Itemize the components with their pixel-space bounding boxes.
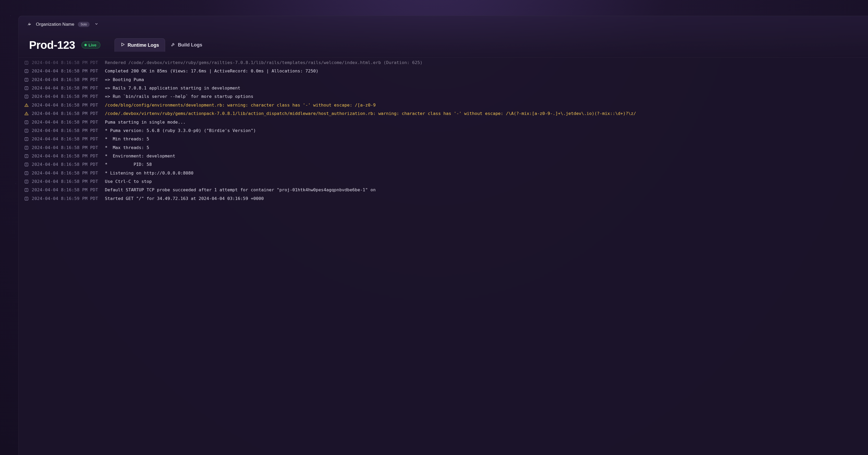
log-message: /code/.devbox/virtenv/ruby/gems/actionpa… xyxy=(105,110,636,117)
info-icon xyxy=(24,135,32,144)
info-icon xyxy=(24,178,32,186)
log-row[interactable]: 2024-04-04 8:16:58 PM PDT=> Booting Puma xyxy=(19,76,868,84)
info-icon xyxy=(24,93,32,101)
status-badge: Live xyxy=(82,41,100,49)
log-message: * Environment: development xyxy=(105,152,175,160)
log-timestamp: 2024-04-04 8:16:59 PM PDT xyxy=(32,195,98,202)
plan-badge: Solo xyxy=(78,22,89,27)
tab-build-logs[interactable]: Build Logs xyxy=(165,38,208,52)
status-dot-icon xyxy=(84,44,87,46)
log-message: => Run `bin/rails server --help` for mor… xyxy=(105,93,253,100)
info-icon xyxy=(24,195,32,203)
log-row[interactable]: 2024-04-04 8:16:58 PM PDT* PID: 58 xyxy=(19,161,868,169)
log-row[interactable]: 2024-04-04 8:16:58 PM PDT/code/.devbox/v… xyxy=(19,110,868,118)
info-icon xyxy=(24,118,32,127)
info-icon xyxy=(24,144,32,152)
info-icon xyxy=(24,152,32,161)
log-timestamp: 2024-04-04 8:16:58 PM PDT xyxy=(32,144,98,151)
log-message: * PID: 58 xyxy=(105,161,152,168)
log-timestamp: 2024-04-04 8:16:58 PM PDT xyxy=(32,135,98,143)
log-timestamp: 2024-04-04 8:16:58 PM PDT xyxy=(32,84,98,92)
log-timestamp: 2024-04-04 8:16:58 PM PDT xyxy=(32,178,98,185)
app-panel: Organization Name Solo Prod-123 Live Run… xyxy=(18,16,868,455)
info-icon xyxy=(24,161,32,169)
log-row[interactable]: 2024-04-04 8:16:58 PM PDTPuma starting i… xyxy=(19,118,868,127)
log-message: => Rails 7.0.8.1 application starting in… xyxy=(105,84,240,92)
log-message: /code/blog/config/environments/developme… xyxy=(105,101,376,109)
log-message: * Min threads: 5 xyxy=(105,135,149,143)
info-icon xyxy=(24,67,32,76)
log-row[interactable]: 2024-04-04 8:16:58 PM PDT/code/blog/conf… xyxy=(19,101,868,110)
tab-label: Build Logs xyxy=(178,42,202,48)
log-row[interactable]: 2024-04-04 8:16:59 PM PDTStarted GET "/"… xyxy=(19,195,868,203)
log-row[interactable]: 2024-04-04 8:16:58 PM PDTDefault STARTUP… xyxy=(19,186,868,194)
topbar: Organization Name Solo xyxy=(19,16,868,30)
info-icon xyxy=(24,186,32,194)
log-message: * Puma version: 5.6.8 (ruby 3.3.0-p0) ("… xyxy=(105,127,256,134)
warning-icon xyxy=(24,101,32,110)
log-row[interactable]: 2024-04-04 8:16:58 PM PDT=> Rails 7.0.8.… xyxy=(19,84,868,93)
log-timestamp: 2024-04-04 8:16:58 PM PDT xyxy=(32,76,98,83)
log-row[interactable]: 2024-04-04 8:16:58 PM PDT* Puma version:… xyxy=(19,127,868,135)
log-row[interactable]: 2024-04-04 8:16:58 PM PDT* Max threads: … xyxy=(19,144,868,152)
log-timestamp: 2024-04-04 8:16:58 PM PDT xyxy=(32,127,98,134)
log-message: => Booting Puma xyxy=(105,76,144,83)
log-message: Use Ctrl-C to stop xyxy=(105,178,152,185)
log-message: Started GET "/" for 34.49.72.163 at 2024… xyxy=(105,195,264,202)
org-name[interactable]: Organization Name xyxy=(36,22,74,27)
log-row[interactable]: 2024-04-04 8:16:58 PM PDTCompleted 200 O… xyxy=(19,67,868,76)
log-message: Completed 200 OK in 85ms (Views: 17.6ms … xyxy=(105,67,318,75)
tab-runtime-logs[interactable]: Runtime Logs xyxy=(115,38,165,52)
log-viewer[interactable]: 2024-04-04 8:16:58 PM PDTRendered /code/… xyxy=(19,57,868,203)
log-message: Default STARTUP TCP probe succeeded afte… xyxy=(105,186,376,194)
log-timestamp: 2024-04-04 8:16:58 PM PDT xyxy=(32,161,98,168)
info-icon xyxy=(24,169,32,178)
page-title: Prod-123 xyxy=(29,39,75,51)
log-timestamp: 2024-04-04 8:16:58 PM PDT xyxy=(32,110,98,117)
log-timestamp: 2024-04-04 8:16:58 PM PDT xyxy=(32,186,98,194)
log-message: Rendered /code/.devbox/virtenv/ruby/gems… xyxy=(105,59,423,66)
play-icon xyxy=(121,42,125,48)
wrench-icon xyxy=(171,42,175,48)
org-switcher-button[interactable] xyxy=(93,21,100,28)
log-timestamp: 2024-04-04 8:16:58 PM PDT xyxy=(32,152,98,160)
log-row[interactable]: 2024-04-04 8:16:58 PM PDT=> Run `bin/rai… xyxy=(19,93,868,101)
log-row[interactable]: 2024-04-04 8:16:58 PM PDT* Min threads: … xyxy=(19,135,868,144)
info-icon xyxy=(24,76,32,84)
warning-icon xyxy=(24,110,32,118)
log-timestamp: 2024-04-04 8:16:58 PM PDT xyxy=(32,118,98,126)
log-timestamp: 2024-04-04 8:16:58 PM PDT xyxy=(32,93,98,100)
header-row: Prod-123 Live Runtime Logs Build Logs xyxy=(19,30,868,52)
log-timestamp: 2024-04-04 8:16:58 PM PDT xyxy=(32,101,98,109)
info-icon xyxy=(24,127,32,135)
log-timestamp: 2024-04-04 8:16:58 PM PDT xyxy=(32,169,98,177)
log-row[interactable]: 2024-04-04 8:16:58 PM PDTRendered /code/… xyxy=(19,59,868,67)
log-timestamp: 2024-04-04 8:16:58 PM PDT xyxy=(32,59,98,66)
log-message: Puma starting in single mode... xyxy=(105,118,186,126)
log-message: * Max threads: 5 xyxy=(105,144,149,151)
log-timestamp: 2024-04-04 8:16:58 PM PDT xyxy=(32,67,98,75)
chevron-down-icon xyxy=(94,22,98,27)
log-row[interactable]: 2024-04-04 8:16:58 PM PDTUse Ctrl-C to s… xyxy=(19,178,868,186)
status-label: Live xyxy=(89,43,96,47)
logo-icon xyxy=(27,21,32,28)
log-message: * Listening on http://0.0.0.0:8080 xyxy=(105,169,193,177)
tab-label: Runtime Logs xyxy=(128,42,159,48)
svg-marker-0 xyxy=(122,43,124,46)
log-row[interactable]: 2024-04-04 8:16:58 PM PDT* Environment: … xyxy=(19,152,868,161)
info-icon xyxy=(24,59,32,67)
info-icon xyxy=(24,84,32,93)
log-row[interactable]: 2024-04-04 8:16:58 PM PDT* Listening on … xyxy=(19,169,868,178)
tabs: Runtime Logs Build Logs xyxy=(115,38,208,52)
